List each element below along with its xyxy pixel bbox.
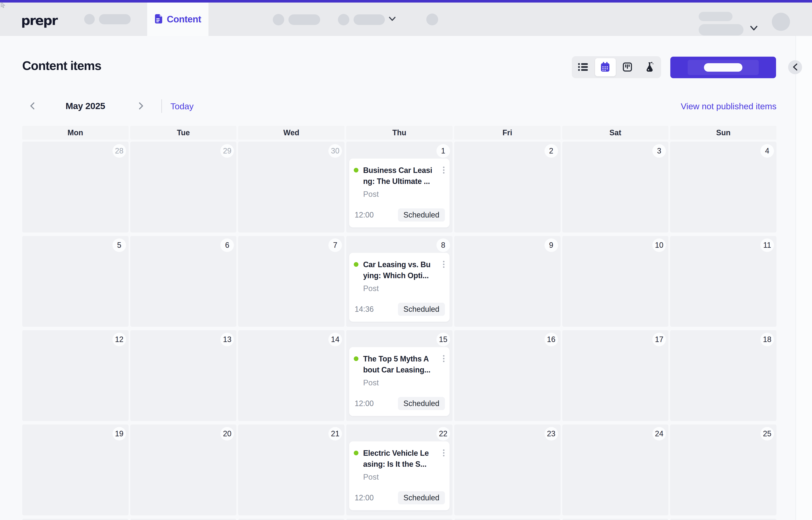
- calendar-cell[interactable]: 18: [670, 330, 777, 421]
- kebab-menu-icon[interactable]: [443, 261, 445, 268]
- event-title-line2: bout Car Leasing...: [363, 364, 439, 375]
- event-type: Post: [363, 284, 379, 293]
- calendar-cell[interactable]: [238, 519, 345, 520]
- calendar-cell[interactable]: 9: [454, 236, 561, 327]
- day-header-cell: Thu: [346, 126, 453, 140]
- board-view-button[interactable]: [616, 56, 638, 78]
- date-badge: 11: [760, 238, 774, 252]
- event-title-line1: Electric Vehicle Le: [363, 448, 439, 459]
- chevron-down-icon[interactable]: [750, 25, 758, 32]
- calendar-cell[interactable]: 13: [130, 330, 237, 421]
- event-title: Car Leasing vs. Bu ying: Which Opti...: [363, 259, 439, 281]
- kebab-menu-icon[interactable]: [443, 355, 445, 362]
- kebab-menu-icon[interactable]: [443, 166, 445, 174]
- calendar-cell[interactable]: [346, 519, 453, 520]
- calendar-cell[interactable]: 15 The Top 5 Myths A bout Car Leasing...…: [346, 330, 453, 421]
- view-switcher: [572, 56, 661, 78]
- calendar-cell[interactable]: 10: [562, 236, 669, 327]
- calendar-cell[interactable]: 23: [454, 424, 561, 515]
- date-badge: 12: [112, 333, 126, 346]
- date-badge: 20: [220, 427, 234, 441]
- divider: [161, 99, 162, 113]
- event-title: Business Car Leasi ng: The Ultimate ...: [363, 165, 439, 187]
- kanban-board-icon: [623, 62, 632, 73]
- calendar-cell[interactable]: 19: [22, 424, 129, 515]
- calendar-cell[interactable]: 1 Business Car Leasi ng: The Ultimate ..…: [346, 141, 453, 233]
- day-header-cell: Sun: [670, 126, 777, 140]
- brand-top-strip: [0, 0, 812, 3]
- calendar-cell[interactable]: 14: [238, 330, 345, 421]
- event-time: 12:00: [355, 399, 374, 408]
- date-badge: 6: [220, 238, 234, 252]
- calendar-cell[interactable]: 29: [130, 141, 237, 233]
- calendar-cell[interactable]: 17: [562, 330, 669, 421]
- view-not-published-link[interactable]: View not published items: [681, 101, 777, 111]
- today-link[interactable]: Today: [171, 101, 194, 111]
- calendar-cell[interactable]: 4: [670, 141, 777, 233]
- event-title-line1: The Top 5 Myths A: [363, 354, 439, 364]
- event-status-badge: Scheduled: [398, 208, 445, 222]
- event-title-line1: Car Leasing vs. Bu: [363, 259, 439, 270]
- calendar-cell[interactable]: [130, 519, 237, 520]
- calendar-cell[interactable]: 24: [562, 424, 669, 515]
- user-skeleton-line: [699, 24, 743, 35]
- calendar-cell[interactable]: 6: [130, 236, 237, 327]
- calendar-cell[interactable]: 28: [22, 141, 129, 233]
- nav-skeleton-icon: [426, 14, 438, 25]
- date-badge: 13: [220, 333, 234, 346]
- calendar-cell[interactable]: [670, 519, 777, 520]
- experiments-view-button[interactable]: [638, 56, 661, 78]
- calendar-cell[interactable]: 8 Car Leasing vs. Bu ying: Which Opti...…: [346, 236, 453, 327]
- date-badge: 30: [328, 144, 342, 158]
- calendar-cell[interactable]: 3: [562, 141, 669, 233]
- day-header-cell: Wed: [238, 126, 345, 140]
- prepr-logo[interactable]: prepr: [21, 13, 57, 28]
- calendar-cell[interactable]: 5: [22, 236, 129, 327]
- event-time: 12:00: [355, 493, 374, 502]
- calendar-cell[interactable]: 22 Electric Vehicle Le asing: Is It the …: [346, 424, 453, 515]
- calendar-cell[interactable]: 25: [670, 424, 777, 515]
- event-card[interactable]: Business Car Leasi ng: The Ultimate ... …: [349, 159, 450, 228]
- event-card[interactable]: Electric Vehicle Le asing: Is It the S..…: [349, 441, 450, 510]
- list-view-button[interactable]: [572, 56, 594, 78]
- button-skeleton-label: [704, 63, 742, 72]
- kebab-menu-icon[interactable]: [443, 449, 445, 457]
- calendar-cell[interactable]: 2: [454, 141, 561, 233]
- event-title-line2: ying: Which Opti...: [363, 270, 439, 281]
- calendar-cell[interactable]: 11: [670, 236, 777, 327]
- collapse-panel-button[interactable]: [788, 60, 802, 74]
- date-badge: 1: [436, 144, 450, 158]
- avatar[interactable]: [772, 13, 790, 31]
- date-badge: 17: [652, 333, 666, 346]
- event-title: The Top 5 Myths A bout Car Leasing...: [363, 354, 439, 375]
- page-title: Content items: [22, 58, 101, 73]
- next-month-button[interactable]: [136, 101, 146, 111]
- event-card[interactable]: Car Leasing vs. Bu ying: Which Opti... P…: [349, 253, 450, 322]
- prev-month-button[interactable]: [27, 101, 37, 111]
- calendar-view-button[interactable]: [594, 56, 616, 78]
- calendar-cell[interactable]: [22, 519, 129, 520]
- week-row: 28 29 30 1 Business Car Leasi ng: The Ul…: [22, 141, 777, 233]
- week-row: 5 6 7 8 Car Leasing vs. Bu ying: Which O…: [22, 236, 777, 327]
- event-type: Post: [363, 379, 379, 387]
- date-badge: 28: [112, 144, 126, 158]
- calendar-cell[interactable]: 16: [454, 330, 561, 421]
- calendar-cell[interactable]: 21: [238, 424, 345, 515]
- create-item-button[interactable]: [670, 57, 776, 78]
- date-badge: 8: [436, 238, 450, 252]
- chevron-left-icon: [29, 102, 35, 111]
- calendar-cell[interactable]: 12: [22, 330, 129, 421]
- calendar-cell[interactable]: 7: [238, 236, 345, 327]
- calendar-cell[interactable]: 30: [238, 141, 345, 233]
- event-type: Post: [363, 190, 379, 199]
- event-card[interactable]: The Top 5 Myths A bout Car Leasing... Po…: [349, 347, 450, 416]
- tab-content-label: Content: [167, 14, 201, 25]
- calendar-cell[interactable]: 20: [130, 424, 237, 515]
- tab-content[interactable]: Content: [147, 3, 208, 36]
- calendar-cell[interactable]: [454, 519, 561, 520]
- date-badge: 5: [112, 238, 126, 252]
- date-badge: 15: [436, 333, 450, 346]
- chevron-down-icon[interactable]: [389, 17, 396, 22]
- calendar-cell[interactable]: [562, 519, 669, 520]
- week-row: [22, 519, 777, 520]
